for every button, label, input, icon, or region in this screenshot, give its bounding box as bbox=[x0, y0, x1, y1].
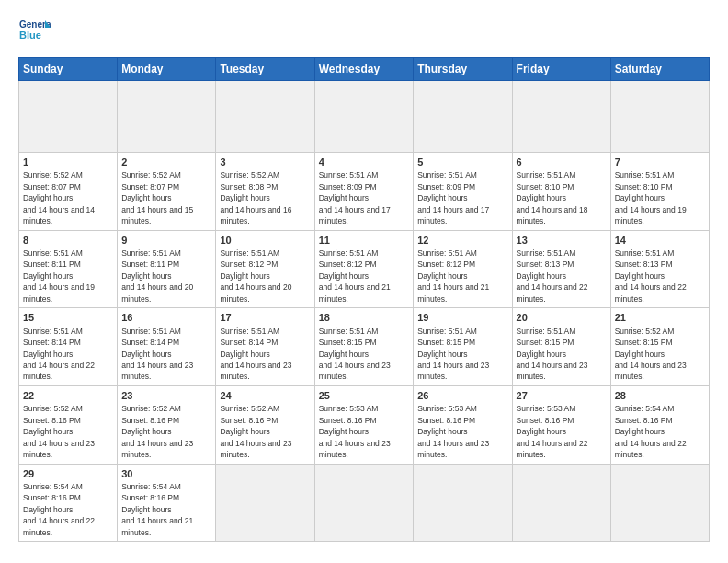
calendar-cell: 29 Sunrise: 5:54 AMSunset: 8:16 PMDaylig… bbox=[19, 464, 118, 542]
day-info: Sunrise: 5:53 AMSunset: 8:16 PMDaylight … bbox=[319, 404, 391, 459]
header-thursday: Thursday bbox=[414, 58, 512, 81]
day-info: Sunrise: 5:54 AMSunset: 8:16 PMDaylight … bbox=[615, 404, 687, 459]
day-info: Sunrise: 5:52 AMSunset: 8:16 PMDaylight … bbox=[121, 404, 193, 459]
day-info: Sunrise: 5:51 AMSunset: 8:15 PMDaylight … bbox=[417, 327, 489, 382]
day-info: Sunrise: 5:51 AMSunset: 8:14 PMDaylight … bbox=[220, 327, 291, 382]
calendar-cell bbox=[414, 81, 512, 153]
calendar-cell bbox=[314, 81, 414, 153]
calendar-cell: 7 Sunrise: 5:51 AMSunset: 8:10 PMDayligh… bbox=[610, 153, 709, 231]
day-number: 23 bbox=[121, 389, 211, 402]
day-number: 12 bbox=[417, 234, 507, 247]
day-info: Sunrise: 5:51 AMSunset: 8:09 PMDaylight … bbox=[319, 170, 391, 225]
calendar-cell: 22 Sunrise: 5:52 AMSunset: 8:16 PMDaylig… bbox=[19, 385, 118, 464]
calendar-cell bbox=[512, 464, 610, 542]
day-info: Sunrise: 5:51 AMSunset: 8:09 PMDaylight … bbox=[417, 170, 489, 225]
day-number: 16 bbox=[121, 311, 211, 324]
calendar-header-row: SundayMondayTuesdayWednesdayThursdayFrid… bbox=[19, 58, 710, 81]
day-info: Sunrise: 5:52 AMSunset: 8:15 PMDaylight … bbox=[615, 327, 687, 382]
calendar-cell: 24 Sunrise: 5:52 AMSunset: 8:16 PMDaylig… bbox=[216, 385, 314, 464]
day-info: Sunrise: 5:54 AMSunset: 8:16 PMDaylight … bbox=[121, 482, 193, 537]
svg-text:Blue: Blue bbox=[19, 29, 41, 40]
day-info: Sunrise: 5:51 AMSunset: 8:15 PMDaylight … bbox=[517, 327, 588, 382]
day-info: Sunrise: 5:52 AMSunset: 8:07 PMDaylight … bbox=[121, 170, 193, 225]
day-number: 2 bbox=[121, 155, 211, 168]
calendar-cell: 30 Sunrise: 5:54 AMSunset: 8:16 PMDaylig… bbox=[118, 464, 216, 542]
day-info: Sunrise: 5:52 AMSunset: 8:08 PMDaylight … bbox=[220, 170, 291, 225]
calendar-cell bbox=[118, 81, 216, 153]
day-number: 30 bbox=[121, 467, 211, 480]
calendar-cell: 18 Sunrise: 5:51 AMSunset: 8:15 PMDaylig… bbox=[314, 308, 414, 386]
day-number: 4 bbox=[319, 155, 410, 168]
calendar-cell bbox=[512, 81, 610, 153]
day-number: 1 bbox=[23, 155, 113, 168]
day-number: 18 bbox=[319, 311, 410, 324]
day-number: 26 bbox=[417, 389, 507, 402]
calendar-cell: 4 Sunrise: 5:51 AMSunset: 8:09 PMDayligh… bbox=[314, 153, 414, 231]
day-info: Sunrise: 5:51 AMSunset: 8:12 PMDaylight … bbox=[220, 248, 291, 304]
day-number: 20 bbox=[517, 311, 607, 324]
header-sunday: Sunday bbox=[19, 58, 118, 81]
day-number: 7 bbox=[615, 155, 705, 168]
calendar-cell: 1 Sunrise: 5:52 AMSunset: 8:07 PMDayligh… bbox=[19, 153, 118, 231]
calendar-table: SundayMondayTuesdayWednesdayThursdayFrid… bbox=[18, 57, 710, 542]
day-info: Sunrise: 5:53 AMSunset: 8:16 PMDaylight … bbox=[417, 404, 489, 459]
day-number: 5 bbox=[417, 155, 507, 168]
calendar-cell: 28 Sunrise: 5:54 AMSunset: 8:16 PMDaylig… bbox=[610, 385, 709, 464]
header-friday: Friday bbox=[512, 58, 610, 81]
header-monday: Monday bbox=[118, 58, 216, 81]
calendar-cell: 19 Sunrise: 5:51 AMSunset: 8:15 PMDaylig… bbox=[414, 308, 512, 386]
calendar-cell bbox=[216, 81, 314, 153]
calendar-cell bbox=[216, 464, 314, 542]
calendar-cell: 17 Sunrise: 5:51 AMSunset: 8:14 PMDaylig… bbox=[216, 308, 314, 386]
day-info: Sunrise: 5:51 AMSunset: 8:11 PMDaylight … bbox=[121, 248, 193, 304]
day-number: 29 bbox=[23, 467, 113, 480]
day-info: Sunrise: 5:52 AMSunset: 8:16 PMDaylight … bbox=[23, 404, 95, 459]
calendar-cell: 16 Sunrise: 5:51 AMSunset: 8:14 PMDaylig… bbox=[118, 308, 216, 386]
day-number: 11 bbox=[319, 234, 410, 247]
calendar-cell bbox=[414, 464, 512, 542]
day-number: 14 bbox=[615, 234, 705, 247]
calendar-cell: 20 Sunrise: 5:51 AMSunset: 8:15 PMDaylig… bbox=[512, 308, 610, 386]
calendar-cell: 21 Sunrise: 5:52 AMSunset: 8:15 PMDaylig… bbox=[610, 308, 709, 386]
day-number: 3 bbox=[220, 155, 310, 168]
day-number: 10 bbox=[220, 234, 310, 247]
calendar-cell bbox=[610, 81, 709, 153]
header-wednesday: Wednesday bbox=[314, 58, 414, 81]
calendar-cell: 8 Sunrise: 5:51 AMSunset: 8:11 PMDayligh… bbox=[19, 230, 118, 308]
day-number: 9 bbox=[121, 234, 211, 247]
calendar-cell: 25 Sunrise: 5:53 AMSunset: 8:16 PMDaylig… bbox=[314, 385, 414, 464]
day-info: Sunrise: 5:51 AMSunset: 8:14 PMDaylight … bbox=[23, 327, 95, 382]
day-number: 25 bbox=[319, 389, 410, 402]
calendar-cell: 15 Sunrise: 5:51 AMSunset: 8:14 PMDaylig… bbox=[19, 308, 118, 386]
day-number: 28 bbox=[615, 389, 705, 402]
day-number: 17 bbox=[220, 311, 310, 324]
day-number: 21 bbox=[615, 311, 705, 324]
calendar-cell: 11 Sunrise: 5:51 AMSunset: 8:12 PMDaylig… bbox=[314, 230, 414, 308]
day-info: Sunrise: 5:51 AMSunset: 8:13 PMDaylight … bbox=[615, 248, 687, 304]
day-number: 8 bbox=[23, 234, 113, 247]
day-info: Sunrise: 5:51 AMSunset: 8:12 PMDaylight … bbox=[417, 248, 489, 304]
calendar-cell: 2 Sunrise: 5:52 AMSunset: 8:07 PMDayligh… bbox=[118, 153, 216, 231]
day-info: Sunrise: 5:51 AMSunset: 8:14 PMDaylight … bbox=[121, 327, 193, 382]
day-info: Sunrise: 5:52 AMSunset: 8:16 PMDaylight … bbox=[220, 404, 291, 459]
calendar-cell: 23 Sunrise: 5:52 AMSunset: 8:16 PMDaylig… bbox=[118, 385, 216, 464]
day-number: 15 bbox=[23, 311, 113, 324]
day-info: Sunrise: 5:52 AMSunset: 8:07 PMDaylight … bbox=[23, 170, 95, 225]
calendar-cell: 26 Sunrise: 5:53 AMSunset: 8:16 PMDaylig… bbox=[414, 385, 512, 464]
calendar-cell: 14 Sunrise: 5:51 AMSunset: 8:13 PMDaylig… bbox=[610, 230, 709, 308]
calendar-cell bbox=[314, 464, 414, 542]
header-tuesday: Tuesday bbox=[216, 58, 314, 81]
day-number: 13 bbox=[517, 234, 607, 247]
calendar-cell: 3 Sunrise: 5:52 AMSunset: 8:08 PMDayligh… bbox=[216, 153, 314, 231]
header: General Blue bbox=[18, 15, 710, 48]
calendar-cell: 5 Sunrise: 5:51 AMSunset: 8:09 PMDayligh… bbox=[414, 153, 512, 231]
page: General Blue SundayMondayTuesdayWednesda… bbox=[0, 0, 728, 563]
day-number: 19 bbox=[417, 311, 507, 324]
day-number: 6 bbox=[517, 155, 607, 168]
logo: General Blue bbox=[18, 15, 51, 48]
day-info: Sunrise: 5:51 AMSunset: 8:12 PMDaylight … bbox=[319, 248, 391, 304]
header-saturday: Saturday bbox=[610, 58, 709, 81]
day-number: 22 bbox=[23, 389, 113, 402]
day-number: 27 bbox=[517, 389, 607, 402]
calendar-cell: 13 Sunrise: 5:51 AMSunset: 8:13 PMDaylig… bbox=[512, 230, 610, 308]
